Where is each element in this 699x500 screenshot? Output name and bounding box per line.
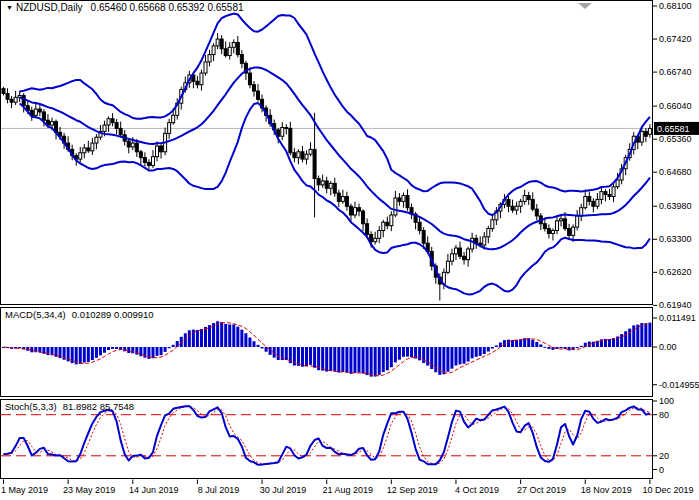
chart-window: 0.681000.674200.667400.660400.653600.646… xyxy=(0,0,699,500)
svg-text:14 Jun 2019: 14 Jun 2019 xyxy=(129,485,179,495)
date-axis[interactable]: 1 May 201923 May 201914 Jun 20198 Jul 20… xyxy=(1,480,694,496)
svg-text:0.63980: 0.63980 xyxy=(659,201,692,211)
svg-text:10 Dec 2019: 10 Dec 2019 xyxy=(642,485,693,495)
svg-text:4 Oct 2019: 4 Oct 2019 xyxy=(455,485,499,495)
chart-canvas[interactable]: 0.681000.674200.667400.660400.653600.646… xyxy=(0,0,699,500)
svg-text:23 May 2019: 23 May 2019 xyxy=(63,485,115,495)
svg-text:100: 100 xyxy=(659,396,674,406)
price-axis[interactable]: 0.681000.674200.667400.660400.653600.646… xyxy=(653,1,692,310)
macd-axis[interactable]: 0.0114910.00-0.014955 xyxy=(653,313,699,390)
svg-text:0.63300: 0.63300 xyxy=(659,234,692,244)
macd-values: 0.010289 0.009910 xyxy=(72,309,154,320)
ohlc-values: 0.65460 0.65668 0.65392 0.65581 xyxy=(91,2,244,13)
svg-text:21 Aug 2019: 21 Aug 2019 xyxy=(322,485,373,495)
stoch-axis[interactable]: 10080200 xyxy=(653,396,674,475)
main-panel[interactable] xyxy=(1,1,653,305)
svg-text:27 Oct 2019: 27 Oct 2019 xyxy=(517,485,566,495)
bollinger-lower-band xyxy=(20,103,650,294)
svg-text:80: 80 xyxy=(659,410,669,420)
svg-text:0.65360: 0.65360 xyxy=(659,134,692,144)
svg-text:1 May 2019: 1 May 2019 xyxy=(1,485,48,495)
symbol-period-label: NZDUSD,Daily xyxy=(16,2,83,13)
svg-text:12 Sep 2019: 12 Sep 2019 xyxy=(387,485,438,495)
chart-title: ▼NZDUSD,Daily0.65460 0.65668 0.65392 0.6… xyxy=(6,2,244,13)
svg-text:30 Jul 2019: 30 Jul 2019 xyxy=(260,485,307,495)
symbol-dropdown-icon[interactable]: ▼ xyxy=(6,4,13,11)
svg-text:0.62620: 0.62620 xyxy=(659,267,692,277)
svg-text:0.67420: 0.67420 xyxy=(659,34,692,44)
svg-text:-0.014955: -0.014955 xyxy=(659,380,699,390)
macd-indicator-header: MACD(5,34,4)0.010289 0.009910 xyxy=(5,309,154,320)
stoch-levels xyxy=(1,415,652,456)
svg-text:0: 0 xyxy=(659,465,664,475)
stoch-label: Stoch(5,3,3) xyxy=(5,401,57,412)
svg-text:0.61940: 0.61940 xyxy=(659,300,692,310)
svg-text:0.66040: 0.66040 xyxy=(659,101,692,111)
current-price-badge: 0.65581 xyxy=(654,122,699,135)
svg-text:0.64680: 0.64680 xyxy=(659,167,692,177)
stoch-values: 81.8982 85.7548 xyxy=(63,401,134,412)
macd-label: MACD(5,34,4) xyxy=(5,309,66,320)
svg-text:0.68100: 0.68100 xyxy=(659,1,692,11)
svg-text:0.65581: 0.65581 xyxy=(657,124,690,134)
stoch-indicator-header: Stoch(5,3,3)81.8982 85.7548 xyxy=(5,401,134,412)
macd-histogram xyxy=(2,321,651,376)
svg-text:8 Jul 2019: 8 Jul 2019 xyxy=(198,485,240,495)
svg-text:0.00: 0.00 xyxy=(659,342,677,352)
bollinger-bands-layer xyxy=(20,14,650,295)
svg-text:20: 20 xyxy=(659,451,669,461)
chart-shift-marker-icon[interactable] xyxy=(578,3,592,9)
svg-text:0.011491: 0.011491 xyxy=(659,313,696,323)
svg-text:18 Nov 2019: 18 Nov 2019 xyxy=(581,485,632,495)
svg-text:0.66740: 0.66740 xyxy=(659,67,692,77)
